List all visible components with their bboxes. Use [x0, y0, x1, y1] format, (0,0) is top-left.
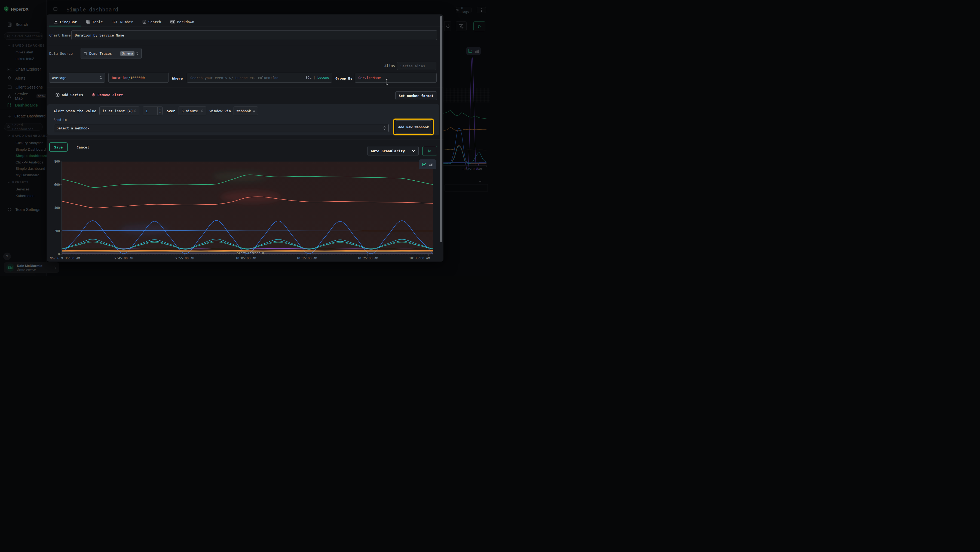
- group-by-value: ServiceName: [358, 76, 381, 80]
- chevron-updown-icon: [136, 51, 138, 55]
- stepper-up-icon: ▲: [158, 107, 162, 111]
- where-search-field[interactable]: SQL | Lucene: [187, 73, 332, 83]
- chevron-updown-icon: [383, 126, 386, 130]
- window-via-label: window via: [210, 109, 231, 113]
- alert-condition-select[interactable]: is at least (≥): [99, 107, 139, 115]
- chart-name-input[interactable]: [72, 33, 437, 37]
- modal-divider: [47, 139, 444, 140]
- set-number-format-button[interactable]: Set number format: [395, 91, 437, 100]
- lucene-toggle[interactable]: Lucene: [317, 76, 329, 80]
- data-source-select[interactable]: Demo Traces Schema: [81, 48, 142, 59]
- tab-line-bar[interactable]: Line/Bar: [49, 17, 82, 26]
- group-by-field[interactable]: ServiceName: [355, 73, 437, 83]
- series-service-cyan-2: [62, 241, 433, 249]
- markdown-icon: [170, 20, 175, 24]
- send-to-label: Send to: [54, 118, 67, 122]
- tab-number[interactable]: 123Number: [108, 17, 138, 26]
- y-tick-label: 400: [49, 206, 60, 210]
- chevron-updown-icon: [100, 76, 102, 80]
- stepper-buttons[interactable]: ▲▼: [158, 107, 162, 115]
- data-source-label: Data Source: [49, 51, 73, 56]
- y-tick-label: 0: [49, 252, 60, 256]
- x-tick-label: 9:55:00 AM: [175, 256, 194, 260]
- field-expression-input[interactable]: Duration/1000000: [108, 73, 169, 83]
- sql-toggle[interactable]: SQL: [305, 76, 312, 80]
- alert-threshold-stepper[interactable]: 1 ▲▼: [143, 107, 162, 115]
- where-label: Where: [172, 76, 183, 80]
- webhook-select[interactable]: Select a Webhook: [54, 124, 389, 132]
- modal-scrollbar[interactable]: [440, 16, 442, 242]
- alert-threshold-value: 1: [143, 109, 148, 113]
- field-token-duration: Duration: [112, 76, 128, 80]
- alert-window-select[interactable]: 5 minute: [178, 107, 206, 115]
- cancel-button[interactable]: Cancel: [73, 142, 93, 152]
- bell-icon: [92, 93, 95, 97]
- edit-chart-modal: Line/BarTable123NumberSearchMarkdown Cha…: [47, 14, 444, 262]
- chart-preview: [60, 161, 436, 258]
- chart-type-tabs: Line/BarTable123NumberSearchMarkdown: [49, 17, 199, 26]
- alias-field[interactable]: [397, 62, 436, 70]
- tab-table[interactable]: Table: [82, 17, 108, 26]
- y-tick-label: 200: [49, 229, 60, 233]
- active-tab-underline: [49, 26, 81, 26]
- alert-threshold-label: Alert Threshold: [237, 251, 264, 255]
- y-tick-label: 600: [49, 183, 60, 187]
- field-token-slash: /: [128, 76, 130, 80]
- data-source-value: Demo Traces: [89, 51, 112, 56]
- field-token-number: 1000000: [130, 76, 145, 80]
- group-by-label: Group By: [336, 76, 353, 80]
- save-button[interactable]: Save: [49, 142, 67, 152]
- alias-label: Alias: [384, 64, 395, 68]
- x-tick-label: 10:35:00 AM: [409, 256, 430, 260]
- schema-badge: Schema: [120, 51, 134, 56]
- play-icon: [428, 149, 431, 153]
- alert-lead-label: Alert when the value: [54, 109, 96, 113]
- add-series-button[interactable]: Add Series: [56, 93, 83, 97]
- chevron-down-icon: [412, 150, 415, 152]
- x-tick-label: 10:15:00 AM: [296, 256, 317, 260]
- tab-markdown[interactable]: Markdown: [166, 17, 199, 26]
- series-service-cyan-1: [62, 239, 433, 249]
- x-tick-label: 10:25:00 AM: [358, 256, 378, 260]
- series-divider: [48, 65, 380, 66]
- add-new-webhook-highlight: Add New Webhook: [393, 118, 434, 136]
- mouse-cursor-ibeam: [385, 78, 389, 86]
- x-tick-label: Nov 6 9:35:00 AM: [50, 256, 80, 260]
- series-service-blue-flat: [62, 230, 433, 231]
- y-tick-label: 800: [49, 160, 60, 163]
- tab-search[interactable]: Search: [138, 17, 166, 26]
- sql-lucene-pipe: |: [313, 76, 315, 80]
- app-window: HyperDX Search Saved Searches SAVED SEAR…: [0, 0, 490, 276]
- chevron-updown-icon: [134, 109, 136, 113]
- database-icon: [84, 51, 87, 56]
- modal-divider: [47, 45, 444, 45]
- svg-text:123: 123: [112, 21, 117, 24]
- aggregation-value: Average: [52, 76, 67, 80]
- remove-alert-button[interactable]: Remove Alert: [92, 93, 123, 97]
- chevron-updown-icon: [201, 109, 204, 113]
- add-new-webhook-button[interactable]: Add New Webhook: [395, 120, 432, 134]
- line-chart-icon: [54, 20, 58, 24]
- where-search-input[interactable]: [187, 76, 305, 80]
- modal-divider: [47, 87, 444, 88]
- stepper-down-icon: ▼: [158, 111, 162, 115]
- onetwothree-icon: 123: [112, 20, 118, 24]
- over-label: over: [167, 109, 175, 113]
- x-tick-label: 10:05:00 AM: [235, 256, 256, 260]
- granularity-select[interactable]: Auto Granularity: [367, 146, 419, 156]
- list-icon: [142, 20, 146, 24]
- series-service-teal: [62, 242, 433, 249]
- table-icon: [86, 20, 90, 24]
- chevron-updown-icon: [253, 109, 255, 113]
- x-tick-label: 9:45:00 AM: [115, 256, 133, 260]
- alias-input[interactable]: [397, 64, 436, 68]
- chart-name-label: Chart Name: [49, 33, 70, 37]
- circle-plus-icon: [56, 93, 60, 97]
- preview-run-button[interactable]: [423, 146, 437, 156]
- alert-channel-select[interactable]: Webhook: [234, 107, 258, 115]
- chart-name-field[interactable]: [71, 30, 437, 40]
- aggregation-select[interactable]: Average: [49, 73, 105, 83]
